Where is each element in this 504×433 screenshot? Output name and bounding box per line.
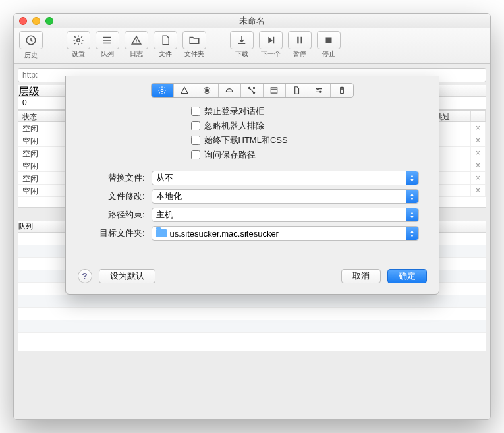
chevron-updown-icon: ▲▼ [406,227,418,240]
tab-limit[interactable]: 50 [196,84,219,97]
dest-select[interactable]: us.sitesucker.mac.sitesucker▲▼ [152,226,419,241]
dest-label: 目标文件夹: [86,227,145,239]
settings-dialog: 50 禁止登录对话框 忽略机器人排除 始终下载HTML和CSS 询问保存路径 替… [65,76,439,295]
chevron-updown-icon: ▲▼ [406,171,418,185]
settings-tabs: 50 [151,83,354,98]
svg-point-13 [320,91,321,92]
cancel-button[interactable]: 取消 [341,269,381,283]
path-select[interactable]: 主机▲▼ [152,208,419,222]
replace-label: 替换文件: [86,172,145,184]
replace-select[interactable]: 从不▲▼ [152,171,419,185]
svg-point-12 [317,88,318,90]
set-default-button[interactable]: 设为默认 [99,269,155,283]
chevron-updown-icon: ▲▼ [406,208,418,221]
tab-link[interactable] [241,84,264,97]
svg-point-10 [253,87,254,88]
check-suppress-login[interactable]: 禁止登录对话框 [191,104,439,119]
tab-document[interactable] [286,84,308,97]
tab-warning[interactable] [174,84,196,97]
check-ignore-robots[interactable]: 忽略机器人排除 [191,119,439,133]
svg-point-5 [161,89,163,92]
check-ask-save-path[interactable]: 询问保存路径 [191,148,439,162]
ok-button[interactable]: 确定 [387,269,427,283]
tab-general[interactable] [152,84,174,97]
tab-advanced[interactable] [331,84,353,97]
check-always-html-css[interactable]: 始终下载HTML和CSS [191,133,439,148]
path-label: 路径约束: [86,209,145,221]
svg-text:50: 50 [205,89,209,92]
svg-rect-11 [271,88,277,93]
modify-select[interactable]: 本地化▲▼ [152,189,419,204]
main-window: 未命名 历史 设置 队列 日志 文件 文件夹 [13,13,491,420]
help-button[interactable]: ? [78,269,92,283]
folder-icon [156,229,167,237]
modal-overlay: 50 禁止登录对话框 忽略机器人排除 始终下载HTML和CSS 询问保存路径 替… [14,14,490,419]
tab-filter[interactable] [219,84,241,97]
tab-sliders[interactable] [308,84,331,97]
modify-label: 文件修改: [86,190,145,202]
chevron-updown-icon: ▲▼ [406,190,418,203]
tab-webpage[interactable] [264,84,286,97]
